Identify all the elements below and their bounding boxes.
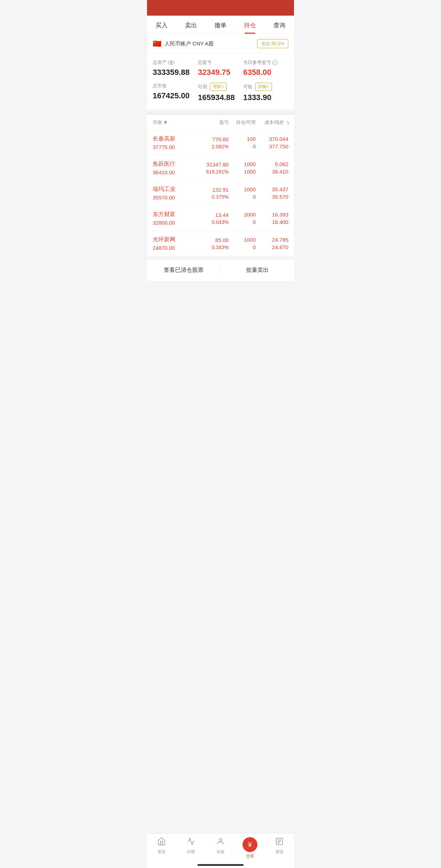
position-badge: 仓位 50.2% [257,39,289,48]
total-pnl-value: 32349.75 [198,68,243,77]
holdings-header: 市值 盈亏 持仓/可用 成本/现价 [147,115,294,130]
stock-changchun-pos: 100 0 [229,136,256,149]
account-info: 🇨🇳 人民币账户 CNY A股 [153,39,214,48]
holding-row-dongfang[interactable]: 东方财富 32800.00 13.44 0.043% 2000 0 16.393… [147,206,294,231]
stock-changchun-pnl-amount: 770.60 [194,136,229,142]
stock-guanghuan-pos-held: 1000 [229,237,256,243]
nav-news-label: 资讯 [276,849,283,855]
action-bar: 查看已清仓股票 批量卖出 [147,259,294,281]
home-icon [157,837,166,848]
account-header: 🇨🇳 人民币账户 CNY A股 仓位 50.2% [147,34,294,54]
stock-ruima-pos-avail: 0 [229,194,256,200]
withdrawable: 可取 转账> 1333.90 [243,83,288,102]
watchlist-icon [216,837,225,848]
stock-guanghuan-pos-avail: 0 [229,244,256,250]
col-price-header: 成本/现价 [256,119,288,126]
nav-trade-label: 交易 [246,853,254,859]
stock-ruima-pos: 1000 0 [229,186,256,200]
stock-yuyue-name: 鱼跃医疗 [153,160,194,168]
tab-cancel[interactable]: 撤单 [206,16,235,34]
stock-guanghuan-price: 24.785 24.870 [256,237,288,250]
tab-position[interactable]: 持仓 [235,16,265,34]
stock-yuyue-pnl: 31347.80 619.281% [194,161,229,175]
tab-sell[interactable]: 卖出 [176,16,206,34]
stock-ruima-pos-held: 1000 [229,186,256,192]
stock-changchun-pos-avail: 0 [229,143,256,149]
transfer-tag[interactable]: 转账> [255,83,272,91]
total-market: 总市值 167425.00 [153,83,198,102]
stock-yuyue-pos: 1000 1000 [229,161,256,175]
stock-yuyue-pnl-pct: 619.281% [194,169,229,175]
stock-guanghuan-cost: 24.785 [256,237,288,243]
total-pnl-label: 总盈亏 [198,59,243,66]
col-price-sort-icon [285,121,289,125]
nav-watchlist[interactable]: 自选 [206,834,235,861]
holding-row-ruima[interactable]: 瑞玛工业 35570.00 132.91 0.375% 1000 0 35.43… [147,181,294,206]
holding-row-yuyue[interactable]: 鱼跃医疗 36410.00 31347.80 619.281% 1000 100… [147,155,294,181]
market-icon [187,837,195,848]
stock-guanghuan-pos: 1000 0 [229,237,256,250]
bulk-sell-button[interactable]: 批量卖出 [221,259,294,281]
daily-pnl-label: 当日参考盈亏 i [243,59,288,66]
stock-ruima-value: 35570.00 [153,194,194,200]
stock-changchun-cost: 370.044 [256,136,288,142]
news-icon [275,837,284,848]
nav-trade[interactable]: ¥ 交易 [235,834,265,861]
stock-changchun-pnl: 770.60 2.082% [194,136,229,149]
trade-icon: ¥ [248,841,252,849]
holdings-section: 市值 盈亏 持仓/可用 成本/现价 长春高新 37775.00 770.60 2… [147,115,294,256]
tab-bar: 买入 卖出 撤单 持仓 查询 [147,16,294,34]
finance-tag[interactable]: 理财> [210,83,227,91]
stock-changchun-name: 长春高新 [153,135,194,143]
holding-row-guanghuan[interactable]: 光环新网 24870.00 85.00 0.343% 1000 0 24.785… [147,231,294,256]
summary-row-2: 总市值 167425.00 可用 理财> 165934.88 可取 转账> 13… [153,83,288,102]
stock-ruima-pnl-amount: 132.91 [194,187,229,193]
nav-watchlist-label: 自选 [217,849,224,855]
bottom-nav: 首页 行情 自选 ¥ 交易 [147,833,294,868]
available: 可用 理财> 165934.88 [198,83,243,102]
stock-changchun-value: 37775.00 [153,144,194,150]
flag-icon: 🇨🇳 [153,39,162,48]
stock-dongfang-pos-avail: 0 [229,219,256,225]
nav-news[interactable]: 资讯 [265,834,294,861]
trade-circle: ¥ [243,837,257,852]
stock-ruima-name: 瑞玛工业 [153,186,194,193]
stock-changchun-cur: 377.750 [256,143,288,149]
col-market-value-header: 市值 [153,119,194,126]
stock-dongfang-name-block: 东方财富 32800.00 [153,211,194,226]
total-pnl: 总盈亏 32349.75 [198,59,243,77]
section-divider [147,112,294,115]
position-value: 50.2% [271,41,284,46]
stock-dongfang-pnl: 13.44 0.043% [194,212,229,225]
stock-dongfang-name: 东方财富 [153,211,194,218]
withdrawable-value: 1333.90 [243,93,288,102]
summary-section: 总资产 333359.88 总盈亏 32349.75 当日参考盈亏 i 6358… [147,54,294,109]
total-market-value: 167425.00 [153,91,198,100]
stock-ruima-name-block: 瑞玛工业 35570.00 [153,186,194,200]
eye-icon[interactable] [168,60,174,65]
view-cleared-button[interactable]: 查看已清仓股票 [147,259,220,281]
stock-guanghuan-pnl-amount: 85.00 [194,237,229,243]
col-pnl-header: 盈亏 [194,119,229,126]
stock-dongfang-cost: 16.393 [256,211,288,218]
stock-guanghuan-name: 光环新网 [153,236,194,243]
info-icon[interactable]: i [272,60,278,65]
stock-yuyue-cost: 5.062 [256,161,288,167]
stock-ruima-price: 35.437 35.570 [256,186,288,200]
nav-market[interactable]: 行情 [176,834,206,861]
sort-icon[interactable] [164,121,167,125]
position-label: 仓位 [261,41,270,46]
stock-changchun-price: 370.044 377.750 [256,136,288,149]
stock-yuyue-cur: 36.410 [256,169,288,175]
available-value: 165934.88 [198,93,243,102]
nav-home[interactable]: 首页 [147,834,176,861]
content-spacer [147,281,294,352]
stock-ruima-cur: 35.570 [256,194,288,200]
holding-row-changchun[interactable]: 长春高新 37775.00 770.60 2.082% 100 0 370.04… [147,130,294,155]
tab-buy[interactable]: 买入 [147,16,176,34]
total-assets: 总资产 333359.88 [153,59,198,77]
status-bar [147,0,294,16]
tab-query[interactable]: 查询 [265,16,294,34]
stock-dongfang-pos: 2000 0 [229,211,256,225]
col-pos-header: 持仓/可用 [229,119,256,126]
